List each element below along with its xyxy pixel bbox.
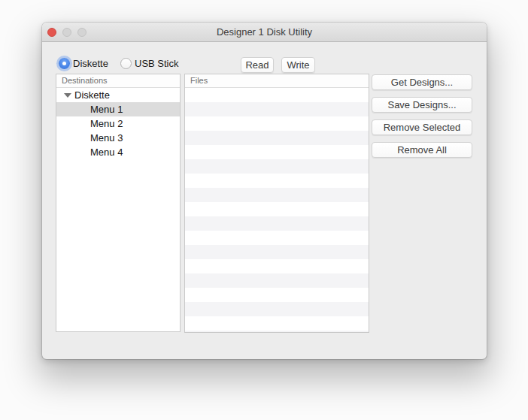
radio-unselected-icon[interactable] — [120, 58, 132, 69]
destinations-tree[interactable]: Diskette Menu 1 Menu 2 Menu 3 Menu 4 — [56, 88, 180, 331]
disk-utility-window: Designer 1 Disk Utility Diskette USB Sti… — [42, 23, 487, 359]
tree-item-menu-1[interactable]: Menu 1 — [56, 102, 180, 116]
save-designs-button[interactable]: Save Designs... — [372, 97, 472, 113]
destinations-panel: Destinations Diskette Menu 1 Menu 2 Menu… — [56, 74, 181, 332]
radio-selected-icon[interactable] — [59, 58, 70, 69]
radio-diskette[interactable]: Diskette — [59, 56, 108, 70]
desktop: { "window": { "title": "Designer 1 Disk … — [0, 0, 528, 420]
disclosure-triangle-icon[interactable] — [64, 93, 71, 98]
tree-item-label: Diskette — [74, 89, 110, 101]
minimize-button — [62, 28, 71, 37]
read-button[interactable]: Read — [241, 57, 274, 73]
tree-item-label: Menu 3 — [90, 132, 123, 144]
titlebar[interactable]: Designer 1 Disk Utility — [42, 23, 487, 42]
tree-item-label: Menu 1 — [90, 104, 123, 115]
radio-diskette-label: Diskette — [73, 58, 108, 69]
tree-item-diskette[interactable]: Diskette — [56, 88, 180, 102]
window-title: Designer 1 Disk Utility — [42, 23, 487, 42]
files-header: Files — [185, 74, 369, 88]
tree-item-label: Menu 2 — [90, 118, 123, 129]
remove-all-button[interactable]: Remove All — [372, 142, 472, 158]
destinations-header: Destinations — [56, 74, 180, 88]
tree-item-label: Menu 4 — [90, 147, 123, 158]
zoom-button — [77, 28, 86, 37]
get-designs-button[interactable]: Get Designs... — [372, 74, 472, 90]
tree-item-menu-2[interactable]: Menu 2 — [56, 116, 180, 131]
radio-usb-stick-label: USB Stick — [135, 58, 179, 69]
tree-item-menu-4[interactable]: Menu 4 — [56, 145, 180, 159]
write-button[interactable]: Write — [281, 57, 315, 73]
files-panel: Files — [184, 74, 369, 333]
files-list[interactable] — [185, 88, 369, 332]
tree-item-menu-3[interactable]: Menu 3 — [56, 131, 180, 145]
radio-usb-stick[interactable]: USB Stick — [120, 56, 179, 70]
close-button[interactable] — [47, 28, 56, 37]
remove-selected-button[interactable]: Remove Selected — [372, 119, 472, 135]
